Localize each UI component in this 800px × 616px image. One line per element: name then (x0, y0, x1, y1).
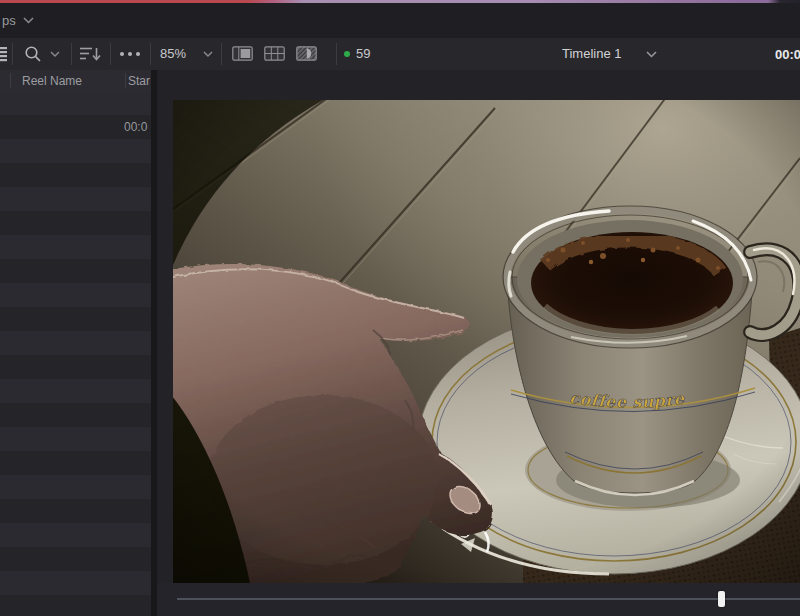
clips-dropdown[interactable]: ps (2, 13, 34, 28)
application-window: ps (0, 0, 800, 616)
zoom-level-dropdown[interactable]: 85% (160, 46, 186, 61)
timeline-name: Timeline 1 (562, 46, 621, 61)
filmstrip-view-icon (296, 46, 317, 61)
media-pool-row[interactable] (0, 211, 151, 235)
chevron-down-icon (23, 17, 34, 24)
green-dot-icon (344, 51, 350, 57)
clips-label: ps (2, 13, 16, 28)
video-content: coffee supre (173, 100, 800, 583)
vignette (173, 100, 800, 583)
media-pool-row[interactable] (0, 91, 151, 115)
timecode-display: 00:0 (775, 47, 800, 62)
media-pool-row[interactable] (0, 355, 151, 379)
media-pool-row[interactable] (0, 283, 151, 307)
scrub-handle[interactable] (718, 591, 725, 607)
media-pool-row[interactable] (0, 235, 151, 259)
media-pool: Reel Name Star 00:0 (0, 70, 151, 616)
sort-button[interactable] (79, 46, 102, 62)
list-view-icon (0, 46, 8, 62)
toolbar-separator (336, 43, 337, 65)
timeline-selector[interactable]: Timeline 1 (562, 46, 621, 61)
media-pool-row[interactable]: 00:0 (0, 115, 151, 139)
metadata-view-icon (232, 46, 253, 61)
column-header-start[interactable]: Star (128, 74, 151, 88)
menubar: ps (0, 3, 800, 39)
media-pool-row[interactable] (0, 379, 151, 403)
media-pool-row[interactable] (0, 331, 151, 355)
clip-count: 59 (356, 46, 370, 61)
more-options-button[interactable] (118, 51, 142, 57)
filmstrip-view-button[interactable] (296, 46, 317, 61)
toolbar-separator (12, 43, 13, 65)
media-pool-row[interactable] (0, 139, 151, 163)
media-pool-row[interactable] (0, 547, 151, 571)
list-view-button[interactable] (0, 46, 8, 62)
scrub-track[interactable] (177, 598, 800, 600)
chevron-down-icon (646, 51, 657, 58)
more-options-icon (118, 51, 142, 57)
media-pool-header: Reel Name Star (0, 70, 151, 92)
column-header-reel-name[interactable]: Reel Name (22, 74, 82, 88)
media-pool-row[interactable] (0, 307, 151, 331)
toolbar-separator (71, 43, 72, 65)
chevron-down-icon (203, 51, 213, 57)
search-button[interactable] (24, 45, 42, 63)
timeline-selector-chevron[interactable] (646, 51, 657, 58)
toolbar-separator (221, 43, 222, 65)
viewer-video-frame[interactable]: coffee supre (173, 100, 800, 583)
column-separator[interactable] (125, 73, 126, 88)
zoom-level-chevron[interactable] (203, 51, 213, 57)
media-pool-row[interactable] (0, 595, 151, 616)
media-pool-row[interactable] (0, 403, 151, 427)
media-pool-row[interactable] (0, 451, 151, 475)
media-pool-row[interactable] (0, 523, 151, 547)
media-pool-row[interactable] (0, 499, 151, 523)
column-separator (10, 73, 11, 88)
media-pool-row[interactable] (0, 571, 151, 595)
zoom-level-value: 85% (160, 46, 186, 61)
clip-count-value: 59 (356, 46, 370, 61)
toolbar-separator (150, 43, 151, 65)
record-status-dot (344, 51, 350, 57)
thumbnail-view-button[interactable] (264, 46, 285, 61)
toolbar-separator (110, 43, 111, 65)
viewer-scrub-bar (157, 583, 800, 616)
search-icon (24, 45, 42, 63)
media-pool-row[interactable] (0, 475, 151, 499)
media-pool-row[interactable] (0, 259, 151, 283)
media-pool-row[interactable] (0, 163, 151, 187)
metadata-view-button[interactable] (232, 46, 253, 61)
chevron-down-icon (50, 51, 60, 57)
thumbnail-view-icon (264, 46, 285, 61)
media-pool-row[interactable] (0, 427, 151, 451)
media-pool-row[interactable] (0, 187, 151, 211)
sort-descending-icon (79, 46, 102, 62)
media-pool-rows: 00:0 (0, 91, 151, 616)
search-options-chevron[interactable] (50, 51, 60, 57)
toolbar: 85% (0, 38, 800, 70)
clip-start-timecode: 00:0 (124, 120, 147, 134)
